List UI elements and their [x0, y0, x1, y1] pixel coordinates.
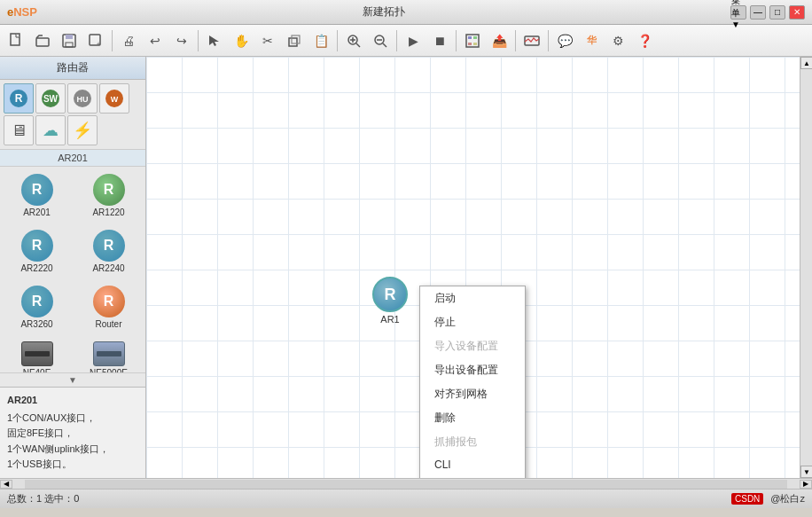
ar3260-label: AR3260 [20, 319, 52, 329]
svg-rect-21 [473, 43, 477, 45]
svg-text:SW: SW [43, 94, 59, 104]
context-menu: 启动 停止 导入设备配置 导出设备配置 对齐到网格 删除 抓捕报包 CLI 设置 [419, 286, 526, 478]
scroll-up[interactable]: ▲ [800, 57, 812, 69]
ctx-capture: 抓捕报包 [420, 430, 525, 454]
ctx-cli[interactable]: CLI [420, 454, 525, 475]
copy-button[interactable] [282, 28, 307, 53]
router-icon: R [93, 286, 125, 317]
canvas-area[interactable]: R AR1 启动 停止 导入设备配置 导出设备配置 对齐到网格 删除 抓捕报包 … [146, 57, 800, 478]
title-bar-left: eNSP [7, 5, 37, 19]
device-ar2240[interactable]: R AR2240 [75, 226, 142, 277]
huawei-button[interactable]: 华 [579, 28, 604, 53]
help-button[interactable]: ❓ [632, 28, 657, 53]
delete-button[interactable]: ✂ [255, 28, 280, 53]
device-ar1220[interactable]: R AR1220 [75, 170, 142, 221]
zoom-out-button[interactable] [368, 28, 393, 53]
ctx-start[interactable]: 启动 [420, 286, 525, 310]
canvas-device-icon: R [372, 277, 408, 312]
category-router[interactable]: R [4, 83, 34, 114]
device-router[interactable]: R Router [75, 282, 142, 333]
device-ar2220[interactable]: R AR2220 [4, 226, 70, 277]
pan-button[interactable]: ✋ [229, 28, 254, 53]
category-wireless[interactable]: W [99, 83, 129, 114]
ctx-align-grid[interactable]: 对齐到网格 [420, 382, 525, 406]
info-description: 1个CON/AUX接口，固定8FE接口，1个WAN侧uplink接口，1个USB… [7, 411, 138, 473]
maximize-button[interactable]: □ [769, 5, 785, 20]
title-bar: eNSP 新建拓扑 菜 单▼ — □ ✕ [0, 0, 812, 25]
print-button[interactable]: 🖨 [116, 28, 141, 53]
open-button[interactable] [30, 28, 55, 53]
category-icons: R SW HU W 🖥 ☁ ⚡ [0, 80, 145, 150]
svg-text:R: R [15, 92, 23, 105]
device-ne40e[interactable]: NE40E [4, 338, 70, 372]
main-layout: 路由器 R SW HU W 🖥 ☁ ⚡ AR201 R [0, 57, 812, 478]
sep4 [396, 30, 397, 51]
ar3260-icon: R [21, 286, 53, 317]
select-button[interactable] [202, 28, 227, 53]
ctx-export-config[interactable]: 导出设备配置 [420, 358, 525, 382]
sep6 [515, 30, 516, 51]
device-ar201[interactable]: R AR201 [4, 170, 70, 221]
category-hub[interactable]: HU [67, 83, 98, 114]
new-button[interactable] [4, 28, 28, 53]
scroll-right[interactable]: ▶ [800, 480, 812, 489]
category-label: AR201 [0, 150, 145, 167]
category-other[interactable]: ⚡ [67, 115, 98, 145]
svg-marker-7 [209, 35, 219, 46]
bottom-scrollbar[interactable]: ◀ ▶ [0, 478, 812, 489]
save-button[interactable] [57, 28, 82, 53]
settings-button[interactable]: ⚙ [605, 28, 630, 53]
sep5 [456, 30, 457, 51]
device-grid: R AR201 R AR1220 R AR2220 R AR2240 R [4, 170, 142, 372]
device-ne5000e[interactable]: NE5000E [75, 338, 142, 372]
ar2240-icon: R [93, 230, 125, 262]
ne40e-icon [21, 341, 53, 366]
svg-rect-3 [66, 35, 73, 39]
ar201-icon: R [21, 174, 53, 206]
topology-button[interactable] [460, 28, 485, 53]
ctx-stop[interactable]: 停止 [420, 310, 525, 334]
stop-all-button[interactable]: ⏹ [427, 28, 452, 53]
capture-button[interactable] [519, 28, 544, 53]
scroll-more[interactable]: ▼ [0, 372, 145, 387]
info-title: AR201 [7, 393, 138, 409]
csdn-badge: CSDN [731, 493, 763, 505]
svg-text:+: + [97, 41, 100, 47]
ar201-label: AR201 [23, 208, 51, 217]
ar1220-label: AR1220 [92, 208, 124, 217]
svg-rect-18 [468, 36, 472, 39]
paste-button[interactable]: 📋 [308, 28, 333, 53]
left-panel: 路由器 R SW HU W 🖥 ☁ ⚡ AR201 R [0, 57, 146, 478]
scroll-track[interactable] [800, 69, 812, 466]
ctx-delete[interactable]: 删除 [420, 406, 525, 430]
menu-button[interactable]: 菜 单▼ [730, 5, 746, 20]
right-scrollbar[interactable]: ▲ ▼ [800, 57, 812, 478]
device-list: R AR201 R AR1220 R AR2220 R AR2240 R [0, 167, 145, 372]
undo-button[interactable]: ↩ [143, 28, 168, 53]
category-cloud[interactable]: ☁ [35, 115, 66, 145]
start-all-button[interactable]: ▶ [401, 28, 426, 53]
scroll-left[interactable]: ◀ [0, 480, 12, 489]
ne5000e-icon [93, 341, 125, 366]
svg-rect-1 [36, 38, 49, 46]
category-pc[interactable]: 🖥 [4, 115, 34, 145]
ar2240-label: AR2240 [92, 263, 124, 273]
device-info-panel: AR201 1个CON/AUX接口，固定8FE接口，1个WAN侧uplink接口… [0, 387, 145, 478]
status-bar: 总数：1 选中：0 CSDN @松白z [0, 489, 812, 508]
redo-button[interactable]: ↪ [169, 28, 194, 53]
device-ar3260[interactable]: R AR3260 [4, 282, 70, 333]
minimize-button[interactable]: — [750, 5, 766, 20]
category-switch[interactable]: SW [35, 83, 66, 114]
export-button[interactable]: 📤 [487, 28, 511, 53]
sep1 [112, 30, 113, 51]
canvas-device-ar1[interactable]: R AR1 [372, 277, 408, 325]
scroll-down[interactable]: ▼ [800, 466, 812, 478]
ctx-settings[interactable]: 设置 [420, 475, 525, 478]
h-scroll-track[interactable] [25, 480, 787, 489]
chat-button[interactable]: 💬 [552, 28, 577, 53]
window-title: 新建拓扑 [37, 4, 730, 20]
save-as-button[interactable]: + [83, 28, 108, 53]
title-bar-controls: 菜 单▼ — □ ✕ [730, 5, 805, 20]
close-button[interactable]: ✕ [789, 5, 805, 20]
zoom-in-button[interactable] [341, 28, 366, 53]
